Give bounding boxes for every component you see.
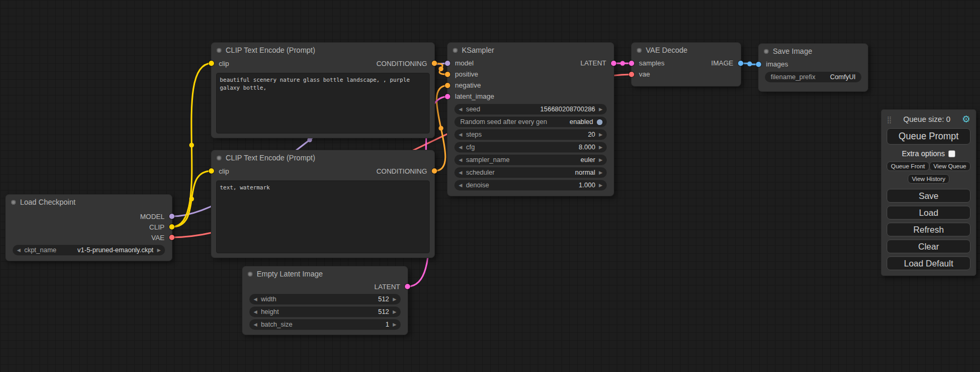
drag-handle-icon[interactable]: ⣿ [887,116,892,123]
output-port-clip[interactable] [169,224,174,230]
collapse-dot[interactable] [637,48,642,53]
increment-arrow-icon[interactable]: ▶ [599,132,603,137]
node-title-bar[interactable]: KSampler [448,43,614,58]
node-ksampler[interactable]: KSampler model LATENT positive negative … [447,42,614,196]
widget-sampler-name[interactable]: ◀ sampler_name euler ▶ [454,155,607,165]
collapse-dot[interactable] [217,156,221,160]
increment-arrow-icon[interactable]: ▶ [599,183,603,188]
collapse-dot[interactable] [11,200,16,205]
widget-scheduler[interactable]: ◀ scheduler normal ▶ [454,167,607,178]
extra-options-checkbox[interactable] [948,150,955,157]
wire-midpoint-dot [439,126,443,131]
widget-value: euler [580,156,595,164]
queue-size-label: Queue size: 0 [892,115,962,123]
output-port-image[interactable] [738,61,743,66]
node-title-bar[interactable]: VAE Decode [632,43,741,58]
output-port-conditioning[interactable] [432,168,437,174]
node-graph-canvas[interactable]: Load Checkpoint MODEL CLIP VAE ◀ ckpt_na… [0,0,980,372]
increment-arrow-icon[interactable]: ▶ [393,322,396,327]
decrement-arrow-icon[interactable]: ◀ [254,297,257,302]
collapse-dot[interactable] [764,49,769,54]
output-port-latent[interactable] [611,61,616,66]
input-port-negative[interactable] [445,83,450,88]
input-port-positive[interactable] [445,72,450,77]
decrement-arrow-icon[interactable]: ◀ [459,145,462,150]
output-port-latent[interactable] [405,284,410,289]
node-vae-decode[interactable]: VAE Decode samples IMAGE vae [631,42,741,87]
widget-control-after-generate[interactable]: Random seed after every gen enabled [454,117,607,127]
output-slot-label-model: MODEL [140,213,164,221]
input-port-model[interactable] [445,61,450,66]
queue-front-button[interactable]: Queue Front [887,161,929,171]
input-slot-label-negative: negative [455,81,481,89]
toggle-indicator[interactable] [597,119,603,125]
node-save-image[interactable]: Save Image images filename_prefix ComfyU… [758,43,868,92]
widget-seed[interactable]: ◀ seed 156680208700286 ▶ [454,104,607,115]
node-clip-text-encode-negative[interactable]: CLIP Text Encode (Prompt) clip CONDITION… [211,150,435,258]
positive-prompt-text-input[interactable]: beautiful scenery nature glass bottle la… [216,73,430,133]
widget-batch-size[interactable]: ◀ batch_size 1 ▶ [249,319,401,330]
widget-steps[interactable]: ◀ steps 20 ▶ [454,129,607,140]
save-button[interactable]: Save [887,189,971,203]
decrement-arrow-icon[interactable]: ◀ [459,107,462,112]
increment-arrow-icon[interactable]: ▶ [599,170,603,175]
node-empty-latent-image[interactable]: Empty Latent Image LATENT ◀ width 512 ▶ … [242,266,408,335]
node-load-checkpoint[interactable]: Load Checkpoint MODEL CLIP VAE ◀ ckpt_na… [5,194,172,261]
clear-button[interactable]: Clear [887,240,971,253]
increment-arrow-icon[interactable]: ▶ [599,145,603,150]
input-port-clip[interactable] [209,168,214,174]
decrement-arrow-icon[interactable]: ◀ [459,132,462,137]
decrement-arrow-icon[interactable]: ◀ [459,183,462,188]
input-port-images[interactable] [756,62,761,67]
increment-arrow-icon[interactable]: ▶ [157,248,161,253]
input-port-vae[interactable] [629,72,634,77]
decrement-arrow-icon[interactable]: ◀ [459,170,462,175]
view-history-button[interactable]: View History [908,174,950,184]
refresh-button[interactable]: Refresh [887,223,971,236]
queue-prompt-button[interactable]: Queue Prompt [887,128,971,145]
widget-filename-prefix[interactable]: filename_prefix ComfyUI [765,72,861,82]
load-button[interactable]: Load [887,206,971,220]
collapse-dot[interactable] [217,48,221,53]
increment-arrow-icon[interactable]: ▶ [599,107,603,112]
extra-options-label: Extra options [902,149,945,158]
node-title: Empty Latent Image [257,270,323,278]
increment-arrow-icon[interactable]: ▶ [599,158,603,163]
negative-prompt-text-input[interactable]: text, watermark [216,180,430,253]
node-clip-text-encode-positive[interactable]: CLIP Text Encode (Prompt) clip CONDITION… [211,42,435,138]
output-port-vae[interactable] [169,235,174,240]
input-port-samples[interactable] [629,61,634,66]
widget-height[interactable]: ◀ height 512 ▶ [249,307,401,317]
widget-ckpt-name[interactable]: ◀ ckpt_name v1-5-pruned-emaonly.ckpt ▶ [13,245,165,255]
widget-label: ckpt_name [24,246,56,254]
output-port-conditioning[interactable] [432,61,437,66]
increment-arrow-icon[interactable]: ▶ [393,310,396,314]
gear-icon[interactable]: ⚙ [962,115,971,124]
increment-arrow-icon[interactable]: ▶ [393,297,396,302]
widget-width[interactable]: ◀ width 512 ▶ [249,294,401,304]
node-title-bar[interactable]: CLIP Text Encode (Prompt) [211,43,434,58]
widget-denoise[interactable]: ◀ denoise 1.000 ▶ [454,180,607,190]
widget-cfg[interactable]: ◀ cfg 8.000 ▶ [454,142,607,152]
node-title-bar[interactable]: Empty Latent Image [242,266,407,281]
node-title: CLIP Text Encode (Prompt) [226,154,315,162]
output-port-model[interactable] [169,214,174,219]
output-slot-label-clip: CLIP [149,223,164,231]
input-port-latent-image[interactable] [445,94,450,99]
widget-value: 156680208700286 [540,106,595,113]
decrement-arrow-icon[interactable]: ◀ [17,248,21,253]
node-title-bar[interactable]: CLIP Text Encode (Prompt) [211,150,434,165]
decrement-arrow-icon[interactable]: ◀ [254,310,257,314]
widget-value: v1-5-pruned-emaonly.ckpt [77,246,153,254]
decrement-arrow-icon[interactable]: ◀ [254,322,257,327]
view-queue-button[interactable]: View Queue [929,161,971,171]
wire-midpoint-dot [620,61,625,66]
input-port-clip[interactable] [209,61,214,66]
node-title-bar[interactable]: Load Checkpoint [6,195,172,209]
collapse-dot[interactable] [453,48,458,53]
decrement-arrow-icon[interactable]: ◀ [459,158,462,163]
node-title-bar[interactable]: Save Image [759,44,868,59]
widget-label: batch_size [261,321,293,328]
load-default-button[interactable]: Load Default [887,256,971,270]
collapse-dot[interactable] [248,272,253,276]
